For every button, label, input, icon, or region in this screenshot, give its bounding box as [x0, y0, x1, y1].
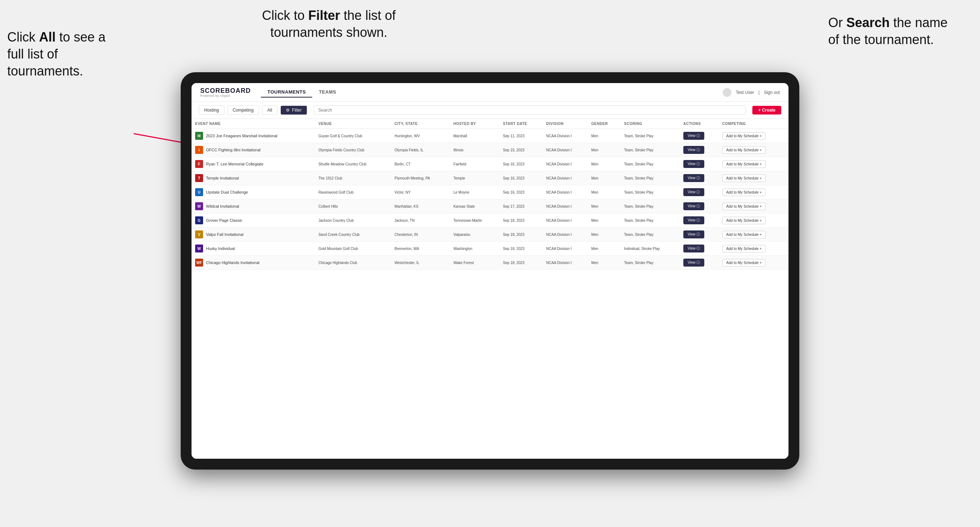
cell-competing: Add to My Schedule +: [719, 157, 789, 171]
table-row: M 2023 Joe Feaganes Marshall Invitationa…: [191, 129, 789, 143]
table-row: W Wildcat Invitational Colbert Hills Man…: [191, 199, 789, 213]
cell-hosted-by: Kansas State: [450, 199, 500, 213]
cell-venue: Guyan Golf & Country Club: [315, 129, 391, 143]
view-button[interactable]: View ⓘ: [683, 216, 704, 224]
cell-city-state: Olympia Fields, IL: [391, 143, 450, 157]
search-box: [313, 105, 746, 115]
view-button[interactable]: View ⓘ: [683, 160, 704, 168]
cell-hosted-by: Washington: [450, 242, 500, 256]
cell-gender: Men: [587, 157, 620, 171]
cell-gender: Men: [587, 185, 620, 199]
cell-competing: Add to My Schedule +: [719, 213, 789, 227]
annotation-topright: Or Search the name of the tournament.: [828, 14, 951, 48]
app-logo: SCOREBOARD: [200, 87, 251, 94]
cell-division: NCAA Division I: [543, 213, 588, 227]
cell-start-date: Sep 16, 2023: [500, 157, 543, 171]
nav-tab-tournaments[interactable]: TOURNAMENTS: [261, 87, 312, 97]
view-button[interactable]: View ⓘ: [683, 174, 704, 182]
cell-hosted-by: Fairfield: [450, 157, 500, 171]
create-button[interactable]: + Create: [752, 106, 781, 114]
cell-division: NCAA Division I: [543, 171, 588, 185]
view-button[interactable]: View ⓘ: [683, 230, 704, 238]
cell-scoring: Team, Stroke Play: [620, 143, 680, 157]
add-to-schedule-button[interactable]: Add to My Schedule +: [722, 245, 766, 252]
table-row: F Ryan T. Lee Memorial Collegiate Shuttl…: [191, 157, 789, 171]
cell-scoring: Individual, Stroke Play: [620, 242, 680, 256]
add-to-schedule-button[interactable]: Add to My Schedule +: [722, 231, 766, 238]
table-row: WF Chicago Highlands Invitational Chicag…: [191, 256, 789, 270]
hosting-button[interactable]: Hosting: [199, 105, 224, 115]
cell-scoring: Team, Stroke Play: [620, 256, 680, 270]
add-to-schedule-button[interactable]: Add to My Schedule +: [722, 217, 766, 224]
cell-hosted-by: Wake Forest: [450, 256, 500, 270]
search-input[interactable]: [313, 105, 746, 115]
event-name-text: Chicago Highlands Invitational: [206, 260, 259, 265]
add-to-schedule-button[interactable]: Add to My Schedule +: [722, 203, 766, 210]
competing-button[interactable]: Competing: [227, 105, 259, 115]
col-gender: GENDER: [587, 119, 620, 129]
cell-city-state: Huntington, WV: [391, 129, 450, 143]
tournaments-table-container: EVENT NAME VENUE CITY, STATE HOSTED BY S…: [191, 119, 789, 459]
cell-actions: View ⓘ: [680, 242, 719, 256]
cell-event-name: G Grover Page Classic: [191, 213, 315, 227]
tournaments-table: EVENT NAME VENUE CITY, STATE HOSTED BY S…: [191, 119, 789, 270]
team-logo-icon: U: [195, 188, 203, 196]
view-button[interactable]: View ⓘ: [683, 188, 704, 196]
separator: |: [759, 90, 760, 95]
cell-division: NCAA Division I: [543, 157, 588, 171]
cell-event-name: T Temple Invitational: [191, 171, 315, 185]
cell-venue: Shuttle Meadow Country Club: [315, 157, 391, 171]
cell-hosted-by: Temple: [450, 171, 500, 185]
cell-event-name: WF Chicago Highlands Invitational: [191, 256, 315, 270]
cell-scoring: Team, Stroke Play: [620, 157, 680, 171]
add-to-schedule-button[interactable]: Add to My Schedule +: [722, 146, 766, 154]
all-button[interactable]: All: [262, 105, 277, 115]
col-competing: COMPETING: [719, 119, 789, 129]
table-row: G Grover Page Classic Jackson Country Cl…: [191, 213, 789, 227]
team-logo-icon: F: [195, 160, 203, 168]
cell-start-date: Sep 16, 2023: [500, 185, 543, 199]
table-body: M 2023 Joe Feaganes Marshall Invitationa…: [191, 129, 789, 270]
cell-competing: Add to My Schedule +: [719, 185, 789, 199]
cell-actions: View ⓘ: [680, 129, 719, 143]
add-to-schedule-button[interactable]: Add to My Schedule +: [722, 160, 766, 168]
cell-competing: Add to My Schedule +: [719, 129, 789, 143]
table-row: I OFCC Fighting Illini Invitational Olym…: [191, 143, 789, 157]
table-row: W Husky Individual Gold Mountain Golf Cl…: [191, 242, 789, 256]
filter-button[interactable]: ⚙ Filter: [280, 105, 307, 115]
event-name-text: Valpo Fall Invitational: [206, 232, 243, 237]
cell-start-date: Sep 18, 2023: [500, 242, 543, 256]
cell-event-name: W Husky Individual: [191, 242, 315, 256]
view-button[interactable]: View ⓘ: [683, 146, 704, 154]
cell-venue: Colbert Hills: [315, 199, 391, 213]
view-button[interactable]: View ⓘ: [683, 259, 704, 267]
cell-city-state: Manhattan, KS: [391, 199, 450, 213]
cell-hosted-by: Tennessee-Martin: [450, 213, 500, 227]
view-button[interactable]: View ⓘ: [683, 244, 704, 252]
event-name-text: OFCC Fighting Illini Invitational: [206, 148, 261, 152]
team-logo-icon: WF: [195, 259, 203, 267]
cell-actions: View ⓘ: [680, 199, 719, 213]
sign-out-link[interactable]: Sign out: [764, 90, 780, 95]
cell-start-date: Sep 11, 2023: [500, 129, 543, 143]
add-to-schedule-button[interactable]: Add to My Schedule +: [722, 175, 766, 182]
cell-gender: Men: [587, 256, 620, 270]
cell-actions: View ⓘ: [680, 213, 719, 227]
filter-icon: ⚙: [286, 108, 290, 113]
view-button[interactable]: View ⓘ: [683, 132, 704, 140]
cell-venue: Sand Creek Country Club: [315, 227, 391, 242]
nav-tab-teams[interactable]: TEAMS: [312, 87, 342, 97]
cell-gender: Men: [587, 199, 620, 213]
add-to-schedule-button[interactable]: Add to My Schedule +: [722, 132, 766, 140]
view-button[interactable]: View ⓘ: [683, 202, 704, 210]
tablet-screen: SCOREBOARD Powered by clippd TOURNAMENTS…: [191, 83, 789, 459]
cell-venue: Jackson Country Club: [315, 213, 391, 227]
team-logo-icon: G: [195, 216, 203, 224]
cell-actions: View ⓘ: [680, 227, 719, 242]
add-to-schedule-button[interactable]: Add to My Schedule +: [722, 189, 766, 196]
user-name: Test User: [736, 90, 754, 95]
add-to-schedule-button[interactable]: Add to My Schedule +: [722, 259, 766, 267]
cell-gender: Men: [587, 242, 620, 256]
filter-label: Filter: [292, 108, 302, 113]
cell-division: NCAA Division I: [543, 129, 588, 143]
